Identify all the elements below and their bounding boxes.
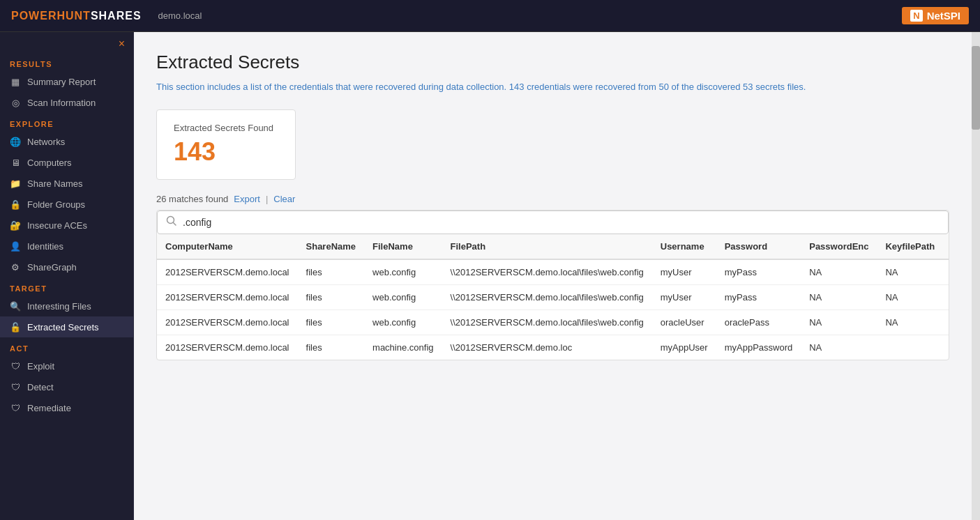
scrollbar-thumb: [972, 46, 980, 130]
table-container: ComputerName ShareName FileName FilePath…: [156, 210, 949, 360]
sidebar-label-networks: Networks: [27, 137, 65, 147]
exploit-icon: 🛡: [10, 360, 21, 372]
topbar: POWERHUNTSHARES demo.local N NetSPI: [0, 0, 980, 32]
close-icon[interactable]: ×: [119, 38, 125, 50]
stat-card: Extracted Secrets Found 143: [156, 109, 296, 180]
page-description: This section includes a list of the cred…: [156, 80, 949, 94]
table-cell: myAppPassword: [716, 335, 801, 360]
netspi-logo: N NetSPI: [902, 7, 969, 24]
table-cell: 2012SERVERSCM.demo.local: [157, 335, 298, 360]
sidebar-item-extracted-secrets[interactable]: 🔓 Extracted Secrets: [0, 316, 133, 337]
page-scrollbar[interactable]: [972, 32, 980, 520]
sidebar-item-share-names[interactable]: 📁 Share Names: [0, 173, 133, 194]
sidebar-label-folder-groups: Folder Groups: [27, 199, 85, 210]
table-cell[interactable]: Details: [943, 309, 949, 335]
sidebar-item-scan-information[interactable]: ◎ Scan Information: [0, 92, 133, 113]
sidebar-label-extracted-secrets: Extracted Secrets: [27, 322, 99, 332]
table-cell[interactable]: \\2012SERVERSCM.demo.local\files\web.con…: [442, 284, 652, 309]
table-cell[interactable]: files: [298, 335, 365, 360]
scan-information-icon: ◎: [10, 97, 21, 108]
table-cell[interactable]: files: [298, 309, 365, 335]
sidebar-label-summary-report: Summary Report: [27, 77, 96, 87]
app-logo: POWERHUNTSHARES: [11, 10, 142, 22]
page-title: Extracted Secrets: [156, 52, 949, 73]
sidebar-section-explore: EXPLORE: [0, 113, 133, 131]
table-cell: myPass: [716, 259, 801, 285]
logo-power: POWERHUNT: [11, 10, 91, 22]
sidebar-label-insecure-aces: Insecure ACEs: [27, 220, 87, 231]
networks-icon: 🌐: [10, 136, 21, 147]
summary-report-icon: ▦: [10, 76, 21, 87]
sidebar-item-computers[interactable]: 🖥 Computers: [0, 152, 133, 173]
table-cell: NA: [801, 284, 877, 309]
table-cell: myUser: [652, 284, 716, 309]
table-cell: [877, 335, 943, 360]
stat-card-value: 143: [174, 137, 278, 167]
sidebar-label-share-names: Share Names: [27, 178, 82, 189]
table-cell: myAppUser: [652, 335, 716, 360]
folder-groups-icon: 🔒: [10, 199, 21, 210]
sidebar-item-networks[interactable]: 🌐 Networks: [0, 131, 133, 152]
sidebar-label-scan-information: Scan Information: [27, 98, 96, 108]
sidebar-label-computers: Computers: [27, 158, 72, 168]
share-names-icon: 📁: [10, 178, 21, 189]
insecure-aces-icon: 🔐: [10, 220, 21, 231]
table-cell: myUser: [652, 259, 716, 285]
table-cell[interactable]: \\2012SERVERSCM.demo.local\files\web.con…: [442, 259, 652, 285]
sidebar-item-folder-groups[interactable]: 🔒 Folder Groups: [0, 194, 133, 215]
table-cell: 2012SERVERSCM.demo.local: [157, 284, 298, 309]
sidebar-item-identities[interactable]: 👤 Identities: [0, 236, 133, 257]
table-cell[interactable]: web.config: [364, 259, 442, 285]
table-cell[interactable]: Details: [943, 284, 949, 309]
col-header-details: Details: [943, 234, 949, 259]
table-cell: myPass: [716, 284, 801, 309]
sidebar: × RESULTS ▦ Summary Report ◎ Scan Inform…: [0, 32, 134, 520]
table-cell[interactable]: Details: [943, 259, 949, 285]
stat-card-label: Extracted Secrets Found: [174, 123, 278, 133]
table-cell[interactable]: web.config: [364, 284, 442, 309]
col-header-share-name: ShareName: [298, 234, 365, 259]
table-cell: NA: [877, 309, 943, 335]
sidebar-label-identities: Identities: [27, 241, 63, 252]
sidebar-section-target: TARGET: [0, 277, 133, 296]
sidebar-item-interesting-files[interactable]: 🔍 Interesting Files: [0, 296, 133, 316]
table-cell: NA: [801, 309, 877, 335]
logo-hunt: SHARES: [91, 10, 142, 22]
sidebar-label-interesting-files: Interesting Files: [27, 301, 91, 312]
table-cell: NA: [877, 284, 943, 309]
table-cell[interactable]: \\2012SERVERSCM.demo.local\files\web.con…: [442, 309, 652, 335]
table-cell[interactable]: Details: [943, 335, 949, 360]
sidebar-item-summary-report[interactable]: ▦ Summary Report: [0, 71, 133, 92]
sidebar-item-sharegraph[interactable]: ⚙ ShareGraph: [0, 257, 133, 277]
table-cell: 2012SERVERSCM.demo.local: [157, 259, 298, 285]
export-link[interactable]: Export: [234, 194, 260, 204]
sidebar-item-insecure-aces[interactable]: 🔐 Insecure ACEs: [0, 215, 133, 236]
data-table: ComputerName ShareName FileName FilePath…: [157, 234, 949, 360]
search-input[interactable]: [183, 217, 940, 228]
extracted-secrets-icon: 🔓: [10, 321, 21, 332]
table-cell[interactable]: web.config: [364, 309, 442, 335]
table-cell: NA: [877, 259, 943, 285]
table-cell[interactable]: \\2012SERVERSCM.demo.loc: [442, 335, 652, 360]
main-layout: × RESULTS ▦ Summary Report ◎ Scan Inform…: [0, 32, 980, 520]
search-icon: [166, 215, 177, 229]
clear-link[interactable]: Clear: [273, 194, 295, 204]
table-row: 2012SERVERSCM.demo.localfilesmachine.con…: [157, 335, 949, 360]
netspi-n-icon: N: [910, 10, 922, 22]
table-cell[interactable]: machine.config: [364, 335, 442, 360]
sharegraph-icon: ⚙: [10, 261, 21, 273]
table-cell: 2012SERVERSCM.demo.local: [157, 309, 298, 335]
sidebar-label-detect: Detect: [27, 382, 54, 392]
svg-line-1: [174, 222, 176, 225]
sidebar-item-detect[interactable]: 🛡 Detect: [0, 376, 133, 397]
results-separator: |: [266, 194, 268, 204]
col-header-keyfile-path: KeyfilePath: [877, 234, 943, 259]
table-cell[interactable]: files: [298, 259, 365, 285]
computers-icon: 🖥: [10, 157, 21, 168]
table-cell[interactable]: files: [298, 284, 365, 309]
sidebar-item-exploit[interactable]: 🛡 Exploit: [0, 355, 133, 376]
sidebar-close-area: ×: [0, 32, 133, 53]
sidebar-item-remediate[interactable]: 🛡 Remediate: [0, 397, 133, 418]
results-matches: 26 matches found: [156, 194, 228, 204]
table-row: 2012SERVERSCM.demo.localfilesweb.config\…: [157, 259, 949, 285]
